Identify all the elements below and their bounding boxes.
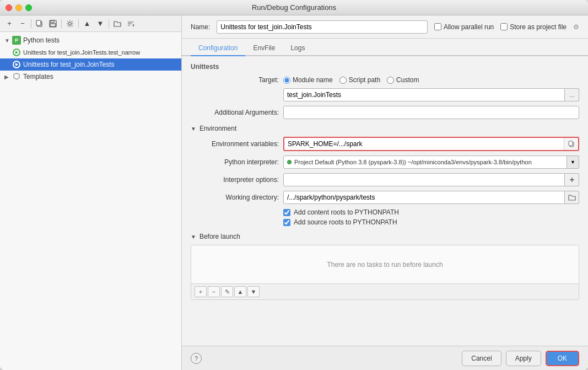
maximize-button[interactable] — [25, 4, 32, 11]
env-collapse-arrow[interactable]: ▼ — [191, 126, 196, 132]
templates-icon — [12, 72, 21, 81]
bottom-bar: ? Cancel Apply OK — [182, 346, 588, 370]
working-dir-input[interactable] — [283, 191, 565, 204]
before-launch-empty-message: There are no tasks to run before launch — [191, 245, 579, 283]
name-input[interactable] — [217, 20, 428, 34]
title-bar: Run/Debug Configurations — [0, 0, 588, 15]
templates-label: Templates — [23, 73, 53, 81]
radio-module-name-label: Module name — [293, 76, 333, 84]
remove-button[interactable]: − — [17, 18, 29, 30]
add-content-roots-label: Add content roots to PYTHONPATH — [294, 208, 399, 216]
cancel-button[interactable]: Cancel — [462, 351, 501, 366]
before-launch-remove-button[interactable]: − — [208, 286, 220, 297]
copy-button[interactable] — [34, 18, 46, 30]
store-project-checkbox[interactable] — [500, 23, 508, 30]
before-launch-add-button[interactable]: + — [195, 286, 207, 297]
parallel-run-checkbox[interactable] — [434, 23, 441, 30]
interpreter-options-group — [283, 173, 579, 186]
before-launch-edit-button[interactable]: ✎ — [221, 286, 233, 297]
before-launch-move-down-button[interactable]: ▼ — [247, 286, 260, 297]
module-row: ... — [191, 88, 579, 101]
parallel-run-option[interactable]: Allow parallel run — [434, 23, 494, 31]
separator3 — [78, 19, 79, 28]
tree-item-1[interactable]: Unittests for test_join.JoinTests.test_n… — [0, 46, 181, 58]
radio-script-path-input[interactable] — [339, 77, 347, 84]
close-button[interactable] — [6, 4, 12, 11]
working-dir-browse-button[interactable] — [565, 191, 579, 204]
tree-item-2-label: Unittests for test_join.JoinTests — [23, 61, 114, 68]
interpreter-select-wrapper: Project Default (Python 3.8 (pyspark-3.8… — [283, 155, 579, 169]
working-dir-group — [283, 191, 579, 204]
tree-item-2[interactable]: Unittests for test_join.JoinTests — [0, 58, 181, 71]
store-project-gear-icon[interactable]: ⚙ — [573, 23, 579, 31]
main-window: Run/Debug Configurations + − — [0, 0, 588, 370]
store-project-option[interactable]: Store as project file — [500, 23, 567, 31]
tree-area: ▼ P Python tests Unittests for test_join… — [0, 32, 181, 370]
svg-point-5 — [69, 22, 72, 25]
config-content: Unittests Target: Module name Script pat… — [182, 56, 588, 346]
move-up-button[interactable]: ▲ — [81, 18, 93, 30]
interpreter-value: Project Default (Python 3.8 (pyspark-3.8… — [294, 159, 532, 165]
interpreter-status-dot — [287, 160, 292, 164]
collapse-icon: ▼ — [4, 37, 12, 44]
main-content: + − — [0, 15, 588, 370]
folder-button[interactable] — [111, 18, 123, 30]
tree-python-tests[interactable]: ▼ P Python tests — [0, 34, 181, 46]
env-var-input[interactable] — [284, 138, 564, 150]
add-source-roots-label: Add source roots to PYTHONPATH — [294, 218, 397, 226]
additional-args-row: Additional Arguments: — [191, 106, 579, 119]
module-input-group: ... — [283, 88, 579, 101]
minimize-button[interactable] — [15, 4, 22, 11]
tab-logs[interactable]: Logs — [283, 41, 312, 56]
python-interpreter-row: Python interpreter: Project Default (Pyt… — [191, 155, 579, 169]
interpreter-options-label: Interpreter options: — [191, 176, 279, 184]
svg-rect-7 — [569, 141, 573, 146]
sort-button[interactable] — [125, 18, 137, 30]
settings-button[interactable] — [64, 18, 76, 30]
interpreter-options-input[interactable] — [283, 173, 565, 186]
radio-module-name-input[interactable] — [283, 77, 290, 84]
additional-args-input[interactable] — [283, 106, 579, 119]
add-source-roots-checkbox[interactable] — [283, 219, 290, 226]
tab-envfile[interactable]: EnvFile — [245, 41, 283, 56]
module-browse-button[interactable]: ... — [565, 88, 579, 101]
unittests-section-header: Unittests — [191, 63, 579, 71]
env-var-copy-button[interactable] — [564, 138, 578, 150]
radio-script-path-label: Script path — [349, 76, 380, 84]
move-down-button[interactable]: ▼ — [94, 18, 106, 30]
add-content-roots-row: Add content roots to PYTHONPATH — [191, 208, 579, 216]
interpreter-dropdown-button[interactable]: ▼ — [567, 155, 579, 169]
help-button[interactable]: ? — [191, 353, 202, 364]
radio-custom-input[interactable] — [387, 77, 394, 84]
add-source-roots-row: Add source roots to PYTHONPATH — [191, 218, 579, 226]
before-launch-move-up-button[interactable]: ▲ — [234, 286, 246, 297]
radio-script-path[interactable]: Script path — [339, 76, 380, 84]
add-button[interactable]: + — [3, 18, 15, 30]
apply-button[interactable]: Apply — [506, 351, 541, 366]
ok-button[interactable]: OK — [546, 351, 579, 366]
add-content-roots-checkbox[interactable] — [283, 209, 290, 216]
radio-custom-label: Custom — [396, 76, 419, 84]
tab-configuration[interactable]: Configuration — [191, 41, 245, 56]
window-title: Run/Debug Configurations — [252, 3, 336, 12]
before-launch-header: ▼ Before launch — [191, 233, 579, 240]
svg-rect-1 — [36, 20, 41, 25]
env-var-input-container — [283, 137, 579, 151]
before-launch-area: There are no tasks to run before launch … — [191, 245, 579, 300]
radio-module-name[interactable]: Module name — [283, 76, 333, 84]
env-vars-row: Environment variables: — [191, 137, 579, 151]
before-launch-collapse-arrow[interactable]: ▼ — [191, 234, 196, 240]
config-header: Name: Allow parallel run Store as projec… — [182, 15, 588, 39]
tree-templates[interactable]: ▶ Templates — [0, 71, 181, 83]
left-toolbar: + − — [0, 15, 181, 32]
module-input[interactable] — [283, 88, 565, 101]
action-buttons: Cancel Apply OK — [462, 351, 579, 366]
store-project-label: Store as project file — [510, 23, 567, 31]
interpreter-options-expand-button[interactable] — [565, 173, 579, 186]
left-panel: + − — [0, 15, 182, 370]
parallel-run-label: Allow parallel run — [444, 23, 494, 31]
before-launch-label: Before launch — [199, 233, 240, 240]
python-interpreter-label: Python interpreter: — [191, 158, 279, 166]
radio-custom[interactable]: Custom — [387, 76, 419, 84]
save-button[interactable] — [47, 18, 59, 30]
